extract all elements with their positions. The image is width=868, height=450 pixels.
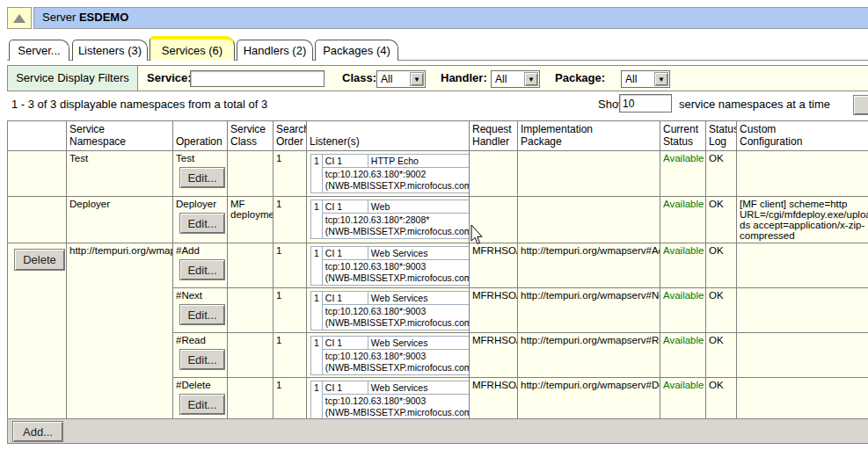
table-row: Test Test Edit... 1 1 CI 1 HTTP Echo tcp… xyxy=(8,151,868,197)
edit-button[interactable]: Edit... xyxy=(179,394,225,415)
tab-services[interactable]: Services (6) xyxy=(150,36,235,61)
listener-host: (NWB-MBISSETXP.microfocus.com) xyxy=(325,226,470,237)
listener-type: HTTP Echo xyxy=(368,155,469,168)
services-table-wrap: Service Namespace Operation Service Clas… xyxy=(7,120,868,424)
collapse-toggle[interactable] xyxy=(7,7,32,29)
edit-button[interactable]: Edit... xyxy=(179,259,225,280)
custom-configuration-cell xyxy=(737,288,868,333)
operation-cell: #Delete Edit... xyxy=(173,378,228,424)
add-button[interactable]: Add... xyxy=(12,421,63,442)
current-status-cell: Available xyxy=(660,288,706,333)
implementation-package-cell: http://tempuri.org/wmapserv#Delete xyxy=(518,378,660,424)
listener-host: (NWB-MBISSETXP.microfocus.com) xyxy=(325,407,470,418)
handler-filter-value: All xyxy=(495,73,507,85)
chevron-down-icon[interactable]: ▼ xyxy=(410,72,424,86)
listener-box: 1 CI 1 Web Services tcp:10.120.63.180*:9… xyxy=(310,336,470,375)
service-filter-input[interactable] xyxy=(190,70,325,87)
listeners-cell: 1 CI 1 Web tcp:10.120.63.180*:2808* (NWB… xyxy=(307,197,470,243)
edit-button[interactable]: Edit... xyxy=(179,349,225,370)
class-filter-label: Class: xyxy=(342,66,376,91)
handler-filter-label: Handler: xyxy=(441,66,487,91)
listener-index: 1 xyxy=(311,337,323,375)
operation-cell: Deployer Edit... xyxy=(173,197,228,243)
request-handler-cell: MFRHSOAP xyxy=(470,243,518,288)
package-filter-value: All xyxy=(625,73,637,85)
edit-button[interactable]: Edit... xyxy=(179,167,225,188)
listener-index: 1 xyxy=(311,247,323,286)
table-row: Delete http://tempuri.org/wmapserv #Add … xyxy=(8,243,868,288)
chevron-down-icon[interactable]: ▼ xyxy=(524,72,538,86)
listener-host: (NWB-MBISSETXP.microfocus.com) xyxy=(325,180,470,192)
listener-address: tcp:10.120.63.180*:9003 xyxy=(325,396,470,407)
tab-server[interactable]: Server... xyxy=(9,40,69,61)
listener-detail: tcp:10.120.63.180*:9003 (NWB-MBISSETXP.m… xyxy=(322,260,469,286)
header-status-log: Status Log xyxy=(706,121,737,151)
service-display-filters-bar: Service Display Filters Service: Class: … xyxy=(7,65,868,91)
triangle-up-icon xyxy=(13,14,26,23)
listener-detail: tcp:10.120.63.180*:9003 (NWB-MBISSETXP.m… xyxy=(322,350,469,375)
implementation-package-cell: http://tempuri.org/wmapserv#Next xyxy=(518,288,660,333)
namespace-cell: http://tempuri.org/wmapserv xyxy=(67,243,173,424)
listener-address: tcp:10.120.63.180*:9003 xyxy=(325,261,470,272)
class-filter-select[interactable]: All ▼ xyxy=(376,70,426,88)
table-row: Deployer Deployer Edit... MF deployment … xyxy=(8,197,868,243)
header-search-order: Search Order xyxy=(274,121,307,151)
show-count-input[interactable] xyxy=(619,94,672,112)
tab-packages[interactable]: Packages (4) xyxy=(315,40,398,61)
listener-type: Web Services xyxy=(368,247,469,260)
operation-name: #Add xyxy=(176,245,200,256)
service-class-cell xyxy=(228,151,274,197)
handler-filter-select[interactable]: All ▼ xyxy=(491,70,540,88)
listener-host: (NWB-MBISSETXP.microfocus.com) xyxy=(325,362,470,374)
search-order-cell: 1 xyxy=(274,243,307,288)
request-handler-cell: MFRHSOAP xyxy=(470,288,518,333)
service-filter-label: Service: xyxy=(147,66,192,91)
service-class-cell xyxy=(228,378,274,424)
listener-detail: tcp:10.120.63.180*:9002 (NWB-MBISSETXP.m… xyxy=(322,168,469,193)
listeners-cell: 1 CI 1 Web Services tcp:10.120.63.180*:9… xyxy=(307,333,470,378)
request-handler-cell xyxy=(470,151,518,197)
namespace-cell: Test xyxy=(67,151,173,197)
tab-handlers[interactable]: Handlers (2) xyxy=(237,40,313,61)
implementation-package-cell xyxy=(518,151,660,197)
listener-box: 1 CI 1 Web Services tcp:10.120.63.180*:9… xyxy=(310,381,470,420)
status-log-cell: OK xyxy=(706,288,737,333)
edit-button[interactable]: Edit... xyxy=(179,304,225,325)
status-log-cell: OK xyxy=(706,151,737,197)
delete-button[interactable]: Delete xyxy=(14,249,65,271)
chevron-down-icon[interactable]: ▼ xyxy=(654,72,668,86)
listener-index: 1 xyxy=(311,381,323,420)
class-filter-value: All xyxy=(381,73,392,85)
custom-configuration-cell: [MF client] scheme=http URL=/cgi/mfdeplo… xyxy=(737,197,868,243)
listener-detail: tcp:10.120.63.180*:9003 (NWB-MBISSETXP.m… xyxy=(322,305,469,330)
listener-index: 1 xyxy=(311,155,323,193)
listener-box: 1 CI 1 Web tcp:10.120.63.180*:2808* (NWB… xyxy=(310,200,470,239)
current-status-cell: Available xyxy=(660,378,706,424)
listener-type: Web xyxy=(368,200,469,214)
operation-name: #Read xyxy=(176,335,206,345)
server-name: ESDEMO xyxy=(79,11,128,24)
listener-name: CI 1 xyxy=(322,200,368,214)
service-class-cell xyxy=(228,288,274,333)
listener-type: Web Services xyxy=(368,292,469,305)
request-handler-cell: MFRHSOAP xyxy=(470,378,518,424)
header-service-namespace: Service Namespace xyxy=(67,121,173,151)
listener-name: CI 1 xyxy=(322,155,368,168)
operation-cell: #Next Edit... xyxy=(173,288,228,333)
header-implementation-package: Implementation Package xyxy=(518,121,660,151)
actions-cell xyxy=(8,197,67,243)
status-log-cell: OK xyxy=(706,243,737,288)
listeners-cell: 1 CI 1 Web Services tcp:10.120.63.180*:9… xyxy=(307,378,470,424)
operation-name: #Next xyxy=(176,290,202,301)
actions-cell xyxy=(8,151,67,197)
edit-button[interactable]: Edit... xyxy=(179,213,225,234)
package-filter-label: Package: xyxy=(555,66,605,91)
package-filter-select[interactable]: All ▼ xyxy=(621,70,670,88)
listener-type: Web Services xyxy=(368,381,469,395)
tab-listeners[interactable]: Listeners (3) xyxy=(72,40,148,61)
search-order-cell: 1 xyxy=(274,151,307,197)
paging-button-partial[interactable] xyxy=(853,95,868,115)
listener-name: CI 1 xyxy=(322,337,368,350)
custom-configuration-cell xyxy=(737,151,868,197)
header-custom-configuration: Custom Configuration xyxy=(737,121,868,151)
